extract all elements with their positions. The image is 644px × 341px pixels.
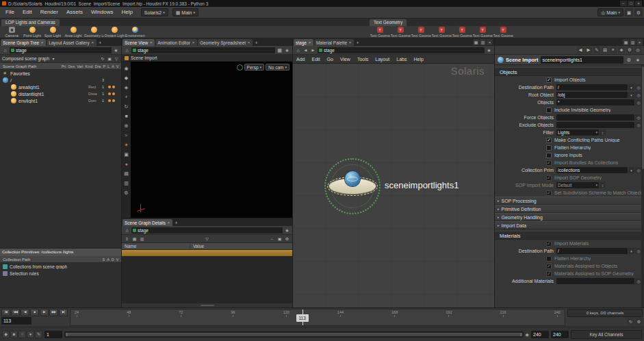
parameter-checkbox[interactable]: [546, 77, 552, 83]
parameter-checkbox[interactable]: [546, 256, 552, 262]
grid-view-icon[interactable]: [131, 236, 138, 242]
column-header-flag[interactable]: S: [101, 257, 106, 262]
param-toolbar-icon[interactable]: [626, 47, 633, 53]
viewport-tool-icon[interactable]: [123, 131, 130, 138]
parameter-checkbox[interactable]: [546, 153, 552, 158]
close-icon[interactable]: [192, 40, 195, 45]
filter-icon[interactable]: [114, 56, 119, 62]
layout-icon[interactable]: [276, 47, 283, 53]
pin-icon[interactable]: [284, 227, 290, 233]
pane-tab[interactable]: Layout Asset Gallery: [47, 39, 96, 46]
pane-control-icon[interactable]: [636, 39, 643, 45]
path-field[interactable]: stage: [131, 47, 275, 53]
menu-arrow-icon[interactable]: [628, 92, 634, 98]
selected-row[interactable]: [122, 250, 292, 256]
visible-toggle-icon[interactable]: [108, 86, 111, 88]
column-header-flag[interactable]: D: [110, 257, 115, 262]
desktop-selector[interactable]: Solaris2: [141, 8, 168, 16]
parameter-field[interactable]: /obj: [556, 92, 628, 98]
network-menu-item[interactable]: Add: [293, 57, 308, 62]
status-tool-icon[interactable]: [10, 331, 18, 338]
parameter-field[interactable]: Lights: [556, 129, 599, 136]
close-icon[interactable]: [91, 40, 94, 45]
keys-info-button[interactable]: 0 keys, 0/0 channels: [567, 309, 643, 317]
network-menu-item[interactable]: View: [337, 57, 354, 62]
shelf-tab-text-geometry[interactable]: Text Geometry: [370, 19, 407, 26]
close-icon[interactable]: [247, 40, 250, 45]
timeline[interactable]: 24487296120144168192216240 113: [70, 309, 565, 326]
parameter-field[interactable]: [556, 122, 634, 128]
close-icon[interactable]: [149, 40, 153, 45]
column-header-name[interactable]: Name: [122, 244, 190, 249]
shelf-tool[interactable]: Text Geometry: [472, 26, 493, 38]
close-icon[interactable]: [167, 220, 170, 225]
collapsed-section[interactable]: Import Data: [495, 221, 644, 229]
parameter-field[interactable]: [556, 278, 634, 284]
param-toolbar-icon[interactable]: [593, 47, 600, 53]
column-header-flag[interactable]: Kind: [84, 64, 94, 68]
scrollbar[interactable]: [641, 65, 644, 307]
transport-button[interactable]: [11, 309, 20, 316]
home-icon[interactable]: [124, 227, 130, 233]
pin-icon[interactable]: [486, 47, 492, 53]
param-toolbar-icon[interactable]: [585, 47, 592, 53]
new-tab-button[interactable]: [173, 219, 179, 226]
pane-tab[interactable]: Scene View: [123, 39, 155, 46]
parameter-field[interactable]: /: [556, 84, 628, 90]
viewport-tool-icon[interactable]: [123, 112, 130, 119]
pane-tab[interactable]: Geometry Spreadsheet: [198, 39, 253, 46]
view-mode-dropdown[interactable]: Composed scene graph: [2, 56, 49, 61]
param-toolbar-icon[interactable]: [634, 47, 641, 53]
parameter-field[interactable]: /collections: [556, 167, 628, 173]
list-view-icon[interactable]: [124, 236, 130, 242]
playback-options-icon[interactable]: [635, 318, 643, 325]
home-icon[interactable]: [124, 47, 130, 53]
viewport-tool-icon[interactable]: [123, 160, 130, 167]
node-sceneimportlights1[interactable]: [324, 158, 381, 214]
parameter-field[interactable]: [556, 114, 634, 121]
stepper-icon[interactable]: [600, 182, 606, 188]
gear-icon[interactable]: [284, 236, 290, 242]
viewport-tool-icon[interactable]: [123, 74, 130, 81]
path-field[interactable]: stage: [131, 227, 283, 233]
section-header-materials[interactable]: Materials: [495, 231, 644, 240]
key-all-channels-button[interactable]: Key All Channels: [571, 330, 642, 339]
home-icon[interactable]: [295, 47, 301, 53]
menu-item[interactable]: Help: [117, 7, 136, 18]
viewport-tool-icon[interactable]: [123, 189, 130, 196]
playback-range-slider[interactable]: [64, 331, 524, 338]
range-start-field[interactable]: 1: [44, 331, 62, 338]
gear-icon[interactable]: [626, 56, 632, 63]
pane-tab[interactable]: Material Palette: [314, 39, 354, 46]
collection-row[interactable]: Selection rules: [0, 270, 121, 277]
parameter-checkbox[interactable]: [546, 241, 552, 247]
camera-mode-icon[interactable]: [237, 64, 243, 71]
scene-graph-row[interactable]: Favorites: [0, 70, 121, 77]
path-field[interactable]: stage: [318, 47, 485, 53]
columns-view-icon[interactable]: [139, 236, 145, 242]
menu-arrow-icon[interactable]: [628, 84, 634, 90]
network-menu-item[interactable]: Edit: [308, 57, 323, 62]
filter-icon[interactable]: [204, 236, 210, 242]
network-menu-item[interactable]: Layout: [372, 57, 393, 62]
shelf-tool[interactable]: Camera: [1, 26, 22, 38]
collapse-icon[interactable]: [269, 236, 275, 242]
parameter-field[interactable]: *: [556, 99, 634, 105]
camera-icon[interactable]: [107, 56, 112, 62]
shelf-tab-lop-lights[interactable]: LOP Lights and Cameras: [1, 19, 60, 26]
column-header-flag[interactable]: Pri: [60, 64, 67, 68]
node-name-field[interactable]: sceneimportlights1: [541, 56, 623, 64]
viewport-tool-icon[interactable]: [123, 122, 130, 129]
shelf-tool[interactable]: Text Geometry: [493, 26, 513, 38]
viewport-tool-icon[interactable]: [123, 170, 130, 177]
camera-dropdown[interactable]: No cam: [266, 64, 289, 71]
menu-arrow-icon[interactable]: [628, 167, 634, 173]
transport-button[interactable]: [1, 309, 10, 316]
shelf-tool[interactable]: Text Geometry: [431, 26, 452, 38]
transport-button[interactable]: [59, 309, 68, 316]
projection-dropdown[interactable]: Persp: [244, 64, 265, 71]
pane-control-icon[interactable]: [487, 39, 493, 45]
close-icon[interactable]: [348, 40, 352, 45]
collection-row[interactable]: Collections from scene graph: [0, 263, 121, 270]
shelf-tool[interactable]: Text Geometry: [411, 26, 431, 38]
